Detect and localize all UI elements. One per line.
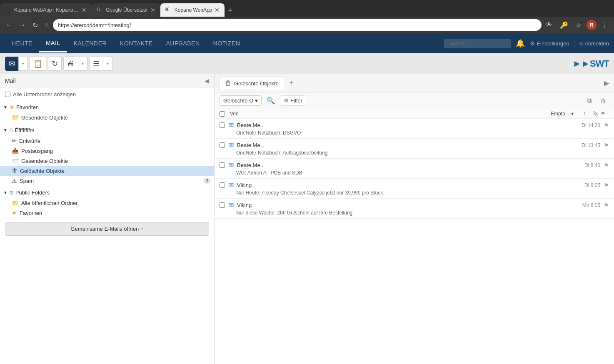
folder-item-favoriten-pub[interactable]: ★ Favoriten: [0, 208, 214, 218]
nav-heute[interactable]: HEUTE: [5, 35, 39, 52]
refresh-button[interactable]: ↻: [48, 57, 62, 71]
logout-label: Abmelden: [584, 40, 609, 47]
folder-select-dropdown-icon: ▾: [255, 97, 258, 104]
col-flag-header[interactable]: ⚑: [601, 111, 609, 117]
settings-gear-icon: ⚙: [530, 40, 535, 47]
email-checkbox-4[interactable]: [220, 202, 225, 208]
email-item-3[interactable]: ✉ Viking Di 6:05 ⚑ Nur Heute: niceday Ch…: [215, 179, 614, 199]
tab-close-2[interactable]: ✕: [150, 7, 155, 13]
swt-logo-text: ►►SWT: [573, 58, 609, 69]
cast-button[interactable]: 👁: [543, 20, 555, 30]
forward-button[interactable]: →: [17, 20, 28, 30]
browser-tab-3[interactable]: K Kopano WebApp ✕: [160, 3, 225, 17]
email-from-0: Beate Me...: [237, 122, 568, 128]
share-icon: ⊙: [9, 189, 14, 196]
collapse-right-button[interactable]: ▶: [604, 79, 609, 87]
folder-name-geloescht: Gelöschte Objekte: [20, 168, 65, 174]
bookmark-button[interactable]: ☆: [573, 20, 584, 31]
email-checkbox-0[interactable]: [220, 122, 225, 128]
print-button[interactable]: 🖨: [63, 57, 78, 71]
settings-button[interactable]: ⚙ Einstellungen: [530, 40, 569, 47]
nav-notizen[interactable]: NOTIZEN: [207, 35, 247, 52]
email-checkbox-2[interactable]: [220, 162, 225, 168]
email-flag-1[interactable]: ⚑: [604, 142, 609, 149]
email-subject-1: OneNote-Notizbuch: Auftragsbearbeitung: [220, 150, 609, 156]
copy-button[interactable]: ⧉: [584, 95, 594, 106]
select-all-checkbox[interactable]: [220, 111, 225, 117]
new-tab-button[interactable]: +: [225, 5, 236, 17]
email-flag-2[interactable]: ⚑: [604, 162, 609, 169]
folder-item-geloescht[interactable]: 🗑 Gelöschte Objekte: [0, 166, 214, 176]
filter-button[interactable]: ⚙ Filter: [280, 95, 306, 106]
notifications-icon[interactable]: 🔔: [516, 39, 525, 48]
key-button[interactable]: 🔑: [557, 20, 571, 31]
nav-mail[interactable]: MAIL: [39, 35, 67, 52]
tab-close-3[interactable]: ✕: [215, 7, 220, 13]
sidebar-collapse-button[interactable]: ◀: [205, 77, 209, 84]
email-checkbox-3[interactable]: [220, 182, 225, 188]
folder-item-gesendet[interactable]: 📨 Gesendete Objekte: [0, 156, 214, 166]
print-dropdown-button[interactable]: ▾: [78, 57, 87, 71]
email-date-0: Di 14:20: [571, 122, 600, 128]
main-toolbar: ✉ ▾ 📋 ↻ 🖨 ▾ ☰ ▾ ►►SWT: [0, 53, 614, 74]
address-bar[interactable]: [53, 19, 542, 31]
reload-button[interactable]: ↻: [30, 20, 40, 31]
nav-aufgaben[interactable]: AUFGABEN: [160, 35, 207, 52]
col-from-header[interactable]: Von: [230, 111, 551, 117]
email-toolbar: Gelöschte O ▾ 🔍 ⚙ Filter ⧉ 🗑: [215, 92, 614, 109]
home-icon: ⌂: [9, 126, 13, 134]
folder-tab-geloescht[interactable]: 🗑 Gelöschte Objekte: [220, 77, 284, 90]
email-item-4[interactable]: ✉ Viking Mo 6:05 ⚑ Nur diese Woche: 20€ …: [215, 199, 614, 219]
dropdown-arrow-button[interactable]: ▾: [18, 57, 28, 71]
email-item-2[interactable]: ✉ Beate Me... Di 8:40 ⚑ WG: Amron A - PD…: [215, 159, 614, 179]
nav-kontakte[interactable]: KONTAKTE: [113, 35, 159, 52]
home-button[interactable]: ⌂: [42, 20, 51, 30]
browser-tab-1[interactable]: K Kopano WebApp | Kopano Com... ✕: [0, 3, 92, 17]
new-mail-button[interactable]: ✉: [5, 57, 19, 71]
favorites-group: ▼ ★ Favoriten 📁 Gesendete Objekte: [0, 101, 214, 123]
folder-item-gesendet-fav[interactable]: 📁 Gesendete Objekte: [0, 112, 214, 122]
folder-name-postausgang: Postausgang: [21, 148, 53, 154]
folder-item-alle-oeffentlich[interactable]: 📁 Alle öffentlichen Ordner: [0, 198, 214, 208]
folder-item-postausgang[interactable]: 📤 Postausgang: [0, 146, 214, 156]
spam-icon: ⚠: [12, 177, 17, 184]
tab-close-1[interactable]: ✕: [82, 7, 87, 13]
favorites-group-header[interactable]: ▼ ★ Favoriten: [0, 102, 214, 112]
email-flag-0[interactable]: ⚑: [604, 122, 609, 129]
folder-item-spam[interactable]: ⚠ Spam 3: [0, 176, 214, 186]
shared-emails-button[interactable]: Gemeinsame E-Mails öffnen +: [5, 222, 209, 236]
email-flag-3[interactable]: ⚑: [604, 182, 609, 189]
email-date-2: Di 8:40: [571, 162, 600, 168]
menu-button[interactable]: ⋮: [599, 20, 611, 31]
show-subfolders-label: Alle Unterordner anzeigen: [13, 91, 76, 97]
email-item-1[interactable]: ✉ Beate Me... Di 13:45 ⚑ OneNote-Notizbu…: [215, 139, 614, 159]
add-tab-button[interactable]: +: [287, 77, 295, 89]
folder-item-entwuerfe[interactable]: ✏ Entwürfe: [0, 136, 214, 146]
nav-kalender[interactable]: KALENDER: [67, 35, 113, 52]
top-nav-search-input[interactable]: [444, 39, 511, 48]
email-checkbox-1[interactable]: [220, 142, 225, 148]
back-button[interactable]: ←: [3, 20, 15, 30]
email-flag-4[interactable]: ⚑: [604, 202, 609, 209]
layout-dropdown-button[interactable]: ▾: [103, 57, 112, 71]
col-attach-header[interactable]: 📎: [592, 111, 601, 117]
delete-button[interactable]: 🗑: [597, 95, 609, 106]
archive-button[interactable]: 📋: [30, 57, 46, 71]
email-date-3: Di 6:05: [571, 182, 600, 188]
browser-tab-2[interactable]: G Google Übersetzer ✕: [92, 3, 160, 17]
show-subfolders-checkbox[interactable]: Alle Unterordner anzeigen: [0, 90, 214, 99]
col-date-header[interactable]: Empfa... ▾: [551, 111, 584, 117]
user-avatar[interactable]: R: [587, 20, 597, 30]
layout-button[interactable]: ☰: [89, 57, 103, 71]
show-subfolders-input[interactable]: [5, 92, 10, 97]
folder-select[interactable]: Gelöschte O ▾: [220, 95, 262, 106]
col-important-header[interactable]: !: [584, 111, 592, 117]
email-item-0[interactable]: ✉ Beate Me... Di 14:20 ⚑ OneNote-Notizbu…: [215, 119, 614, 139]
public-folders-group-header[interactable]: ▼ ⊙ Public Folders: [0, 187, 214, 198]
email-from-2: Beate Me...: [237, 162, 568, 168]
logout-button[interactable]: ⎋ Abmelden: [574, 40, 609, 47]
email-panel: 🗑 Gelöschte Objekte + ▶ Gelöschte O ▾ 🔍 …: [215, 74, 614, 364]
account-group-header[interactable]: ▼ ⌂ Ëffffffffm: [0, 124, 214, 136]
tab-favicon-1: K: [5, 7, 12, 13]
search-button[interactable]: 🔍: [265, 95, 277, 106]
